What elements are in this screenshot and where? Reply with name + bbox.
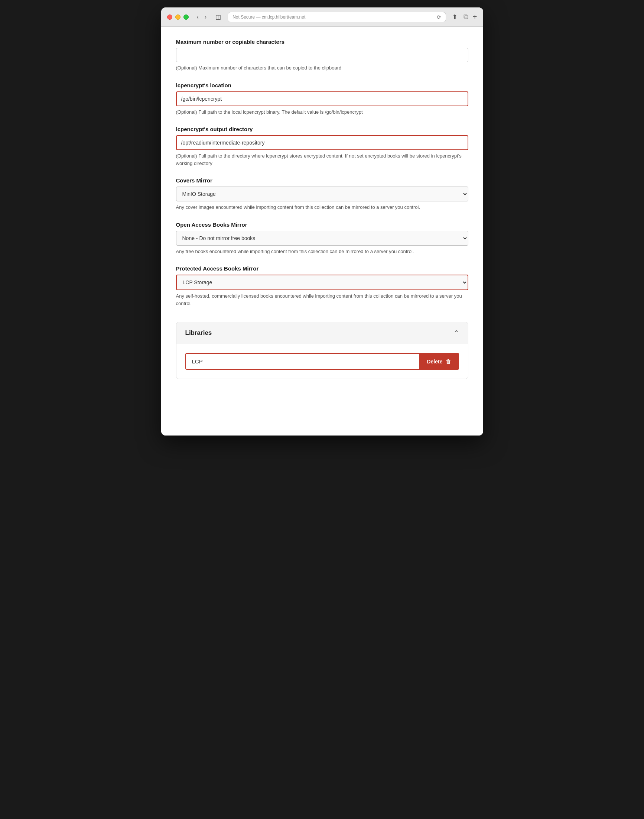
max-copiable-hint: (Optional) Maximum number of characters … — [176, 64, 468, 72]
max-copiable-input[interactable] — [176, 48, 468, 62]
forward-button[interactable]: › — [202, 12, 209, 22]
delete-library-button[interactable]: Delete 🗑 — [419, 354, 458, 369]
page-content: Maximum number or copiable characters (O… — [161, 27, 483, 435]
lcpencrypt-output-hint: (Optional) Full path to the directory wh… — [176, 152, 468, 167]
open-access-section: Open Access Books Mirror None - Do not m… — [176, 221, 468, 255]
library-name: LCP — [186, 354, 420, 369]
libraries-title: Libraries — [186, 329, 212, 337]
minimize-button[interactable] — [175, 14, 181, 20]
covers-mirror-hint: Any cover images encountered while impor… — [176, 204, 468, 211]
duplicate-button[interactable]: ⧉ — [462, 12, 470, 22]
lcpencrypt-output-label: lcpencrypt's output directory — [176, 126, 468, 132]
lcpencrypt-location-label: lcpencrypt's location — [176, 82, 468, 88]
reload-button[interactable]: ⟳ — [437, 14, 441, 20]
lcpencrypt-location-section: lcpencrypt's location (Optional) Full pa… — [176, 82, 468, 116]
delete-label: Delete — [427, 359, 442, 364]
toolbar-actions: ⬆ ⧉ + — [451, 12, 477, 23]
protected-access-hint: Any self-hosted, commercially licensed b… — [176, 292, 468, 307]
libraries-body: LCP Delete 🗑 — [176, 344, 468, 379]
covers-mirror-section: Covers Mirror None - Do not mirror cover… — [176, 177, 468, 211]
open-access-select[interactable]: None - Do not mirror free books MinIO St… — [176, 231, 468, 246]
address-bar: Not Secure — cm.lcp.hilbertteam.net ⟳ — [228, 12, 446, 22]
open-access-hint: Any free books encountered while importi… — [176, 248, 468, 255]
close-button[interactable] — [167, 14, 172, 20]
max-copiable-section: Maximum number or copiable characters (O… — [176, 38, 468, 72]
library-row: LCP Delete 🗑 — [186, 353, 459, 370]
share-button[interactable]: ⬆ — [451, 12, 459, 23]
lcpencrypt-output-input[interactable] — [176, 135, 468, 150]
maximize-button[interactable] — [184, 14, 189, 20]
security-indicator: Not Secure — cm.lcp.hilbertteam.net — [233, 14, 305, 20]
libraries-header[interactable]: Libraries ⌃ — [176, 322, 468, 344]
covers-mirror-label: Covers Mirror — [176, 177, 468, 184]
max-copiable-label: Maximum number or copiable characters — [176, 38, 468, 45]
new-tab-button[interactable]: + — [473, 12, 477, 21]
protected-access-label: Protected Access Books Mirror — [176, 265, 468, 272]
back-button[interactable]: ‹ — [195, 12, 201, 22]
lcpencrypt-location-input[interactable] — [176, 91, 468, 106]
open-access-label: Open Access Books Mirror — [176, 221, 468, 228]
sidebar-toggle-button[interactable]: ◫ — [213, 12, 223, 22]
chevron-up-icon: ⌃ — [454, 329, 459, 337]
lcpencrypt-location-hint: (Optional) Full path to the local lcpenc… — [176, 109, 468, 116]
protected-access-section: Protected Access Books Mirror None - Do … — [176, 265, 468, 307]
browser-window: ‹ › ◫ Not Secure — cm.lcp.hilbertteam.ne… — [161, 8, 483, 435]
protected-access-select[interactable]: None - Do not mirror protected books Min… — [176, 275, 468, 290]
libraries-card: Libraries ⌃ LCP Delete 🗑 — [176, 322, 468, 379]
nav-buttons: ‹ › — [195, 12, 209, 22]
covers-mirror-select[interactable]: None - Do not mirror covers MinIO Storag… — [176, 186, 468, 201]
titlebar: ‹ › ◫ Not Secure — cm.lcp.hilbertteam.ne… — [161, 8, 483, 27]
traffic-lights — [167, 14, 189, 20]
lcpencrypt-output-section: lcpencrypt's output directory (Optional)… — [176, 126, 468, 167]
trash-icon: 🗑 — [446, 359, 451, 364]
